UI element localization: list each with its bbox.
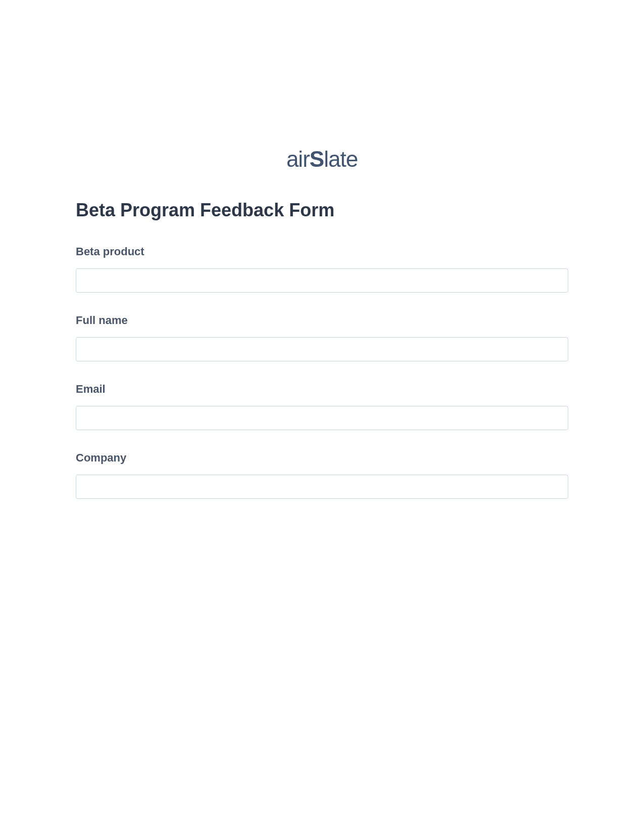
beta-product-label: Beta product bbox=[76, 245, 568, 258]
airslate-logo: airSlate bbox=[286, 147, 358, 172]
form-group-beta-product: Beta product bbox=[76, 245, 568, 293]
email-label: Email bbox=[76, 383, 568, 396]
full-name-input[interactable] bbox=[76, 337, 568, 361]
form-group-full-name: Full name bbox=[76, 314, 568, 361]
email-input[interactable] bbox=[76, 406, 568, 430]
full-name-label: Full name bbox=[76, 314, 568, 327]
beta-product-input[interactable] bbox=[76, 268, 568, 293]
company-label: Company bbox=[76, 451, 568, 465]
form-group-company: Company bbox=[76, 451, 568, 499]
company-input[interactable] bbox=[76, 475, 568, 499]
form-group-email: Email bbox=[76, 383, 568, 430]
logo-wrapper: airSlate bbox=[76, 147, 568, 172]
form-title: Beta Program Feedback Form bbox=[76, 200, 568, 221]
